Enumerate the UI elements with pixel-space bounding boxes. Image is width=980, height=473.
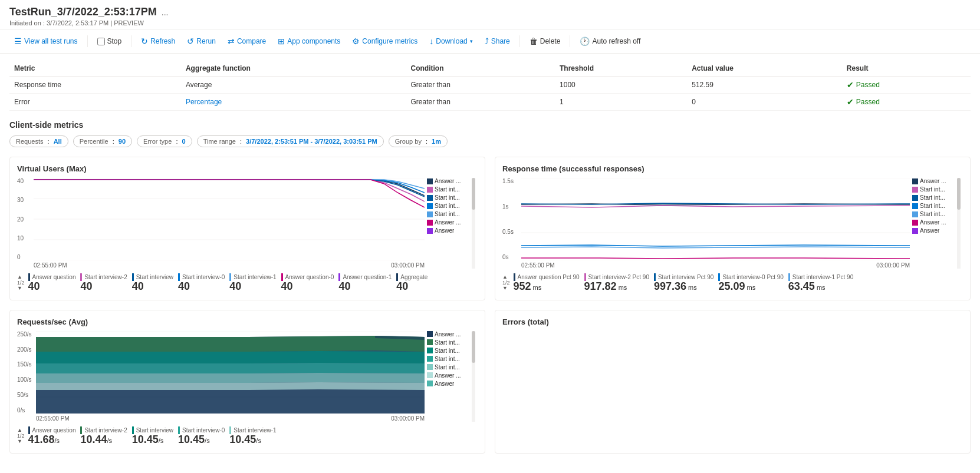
- stop-checkbox-label: Stop: [93, 35, 127, 48]
- requests-chart-wrapper: 250/s 200/s 150/s 100/s 50/s 0/s: [17, 331, 478, 422]
- refresh-button[interactable]: ↻ Refresh: [136, 34, 180, 48]
- filter-row: Requests : All Percentile : 90 Error typ…: [9, 135, 971, 147]
- list-icon: ☰: [14, 37, 22, 46]
- legend-color: [912, 211, 918, 217]
- error-type-filter[interactable]: Error type : 0: [137, 135, 192, 147]
- group-by-filter[interactable]: Group by : 1m: [389, 135, 448, 147]
- metric-card: Start interview 40: [132, 273, 173, 293]
- divider-1: [87, 35, 88, 47]
- metric-value: 40: [28, 281, 76, 293]
- metric-card: Answer question 41.68/s: [28, 426, 76, 446]
- rt-metrics-row: ▲ 1/2 ▼ Answer question Pct 90 952 ms St…: [502, 273, 963, 293]
- metric-value: 40: [396, 281, 429, 293]
- svg-marker-18: [36, 363, 425, 373]
- vu-x-labels: 02:55:00 PM 03:00:00 PM: [34, 262, 425, 269]
- legend-item: Answer ...: [912, 178, 955, 184]
- share-icon: ⤴: [485, 37, 489, 46]
- check-icon: ✔: [847, 97, 854, 107]
- metric-label: Start interview: [132, 426, 173, 434]
- app-components-icon: ⊞: [278, 37, 285, 46]
- legend-item: Answer ...: [427, 331, 469, 338]
- share-button[interactable]: ⤴ Share: [480, 34, 515, 48]
- criteria-row: Response time Average Greater than 1000 …: [9, 77, 971, 94]
- app-components-button[interactable]: ⊞ App components: [273, 34, 345, 48]
- legend-color: [427, 356, 433, 362]
- bottom-charts-row: Requests/sec (Avg) 250/s 200/s 150/s 100…: [9, 310, 971, 454]
- legend-color: [912, 228, 918, 234]
- requests-filter[interactable]: Requests : All: [9, 135, 68, 147]
- passed-badge: ✔ Passed: [847, 97, 966, 107]
- metric-label: Start interview-0: [178, 426, 225, 434]
- rt-pagination[interactable]: ▲ 1/2 ▼: [502, 274, 510, 291]
- legend-item: Start int...: [427, 364, 469, 371]
- rerun-icon: ↺: [187, 37, 194, 46]
- legend-item: Start int...: [427, 356, 469, 362]
- metric-value: 25.09 ms: [718, 281, 783, 293]
- clock-icon: 🕐: [580, 37, 590, 46]
- delete-button[interactable]: 🗑 Delete: [525, 34, 565, 48]
- vu-pagination[interactable]: ▲ 1/2 ▼: [17, 274, 25, 291]
- refresh-icon: ↻: [141, 37, 148, 46]
- metric-card: Start interview-1 10.45/s: [229, 426, 276, 446]
- legend-color: [912, 187, 918, 193]
- percentile-filter[interactable]: Percentile : 90: [73, 135, 132, 147]
- metric-value: 40: [229, 281, 276, 293]
- errors-empty: [502, 331, 963, 414]
- col-actual: Actual value: [687, 61, 842, 77]
- col-result: Result: [842, 61, 971, 77]
- page-header: TestRun_3/7/2022_2:53:17PM ... Initiated…: [0, 0, 980, 29]
- metric-value: 10.44/s: [80, 434, 127, 446]
- time-range-filter[interactable]: Time range : 3/7/2022, 2:53:51 PM - 3/7/…: [197, 135, 384, 147]
- rt-legend: Answer ...Start int...Start int...Start …: [912, 178, 961, 269]
- legend-item: Answer ...: [427, 219, 469, 226]
- req-pagination[interactable]: ▲ 1/2 ▼: [17, 428, 25, 444]
- legend-color: [427, 228, 433, 234]
- svg-marker-20: [36, 382, 425, 390]
- metric-value: 10.45/s: [132, 434, 173, 446]
- response-time-panel: Response time (successful responses) 1.5…: [495, 157, 971, 300]
- page-title: TestRun_3/7/2022_2:53:17PM ...: [9, 6, 971, 18]
- auto-refresh-button[interactable]: 🕐 Auto refresh off: [575, 34, 645, 48]
- legend-item: Answer: [912, 227, 955, 234]
- errors-panel: Errors (total): [495, 310, 971, 454]
- virtual-users-svg: [34, 178, 425, 260]
- metric-card: Answer question-1 40: [338, 273, 392, 293]
- metric-value: 41.68/s: [28, 434, 76, 446]
- col-threshold: Threshold: [555, 61, 687, 77]
- legend-color: [427, 178, 433, 184]
- main-content: Metric Aggregate function Condition Thre…: [0, 54, 980, 470]
- legend-item: Answer: [427, 227, 469, 234]
- download-icon: ↓: [429, 37, 433, 46]
- title-ellipsis[interactable]: ...: [162, 8, 169, 17]
- view-all-button[interactable]: ☰ View all test runs: [9, 34, 83, 48]
- metric-label: Answer question: [28, 426, 76, 434]
- rerun-button[interactable]: ↺ Rerun: [182, 34, 221, 48]
- stop-checkbox[interactable]: [97, 38, 105, 45]
- errors-title: Errors (total): [502, 317, 963, 326]
- download-button[interactable]: ↓ Download ▾: [425, 34, 477, 48]
- compare-button[interactable]: ⇄ Compare: [223, 34, 271, 48]
- delete-icon: 🗑: [530, 37, 538, 46]
- legend-color: [427, 211, 433, 217]
- configure-metrics-button[interactable]: ⚙ Configure metrics: [347, 34, 422, 48]
- legend-color: [912, 220, 918, 226]
- legend-color: [427, 203, 433, 209]
- requests-sec-panel: Requests/sec (Avg) 250/s 200/s 150/s 100…: [9, 310, 485, 454]
- legend-item: Start int...: [427, 211, 469, 217]
- metric-card: Start interview-1 40: [229, 273, 276, 293]
- top-charts-row: Virtual Users (Max) 40 30 20 10 0: [9, 157, 971, 300]
- legend-color: [427, 187, 433, 193]
- metric-value: 63.45 ms: [788, 281, 853, 293]
- legend-item: Answer ...: [427, 178, 469, 184]
- legend-item: Answer ...: [427, 372, 469, 379]
- legend-color: [427, 381, 433, 386]
- legend-item: Start int...: [912, 203, 955, 209]
- metric-card: Answer question-0 40: [281, 273, 334, 293]
- req-metrics-row: ▲ 1/2 ▼ Answer question 41.68/s Start in…: [17, 426, 478, 446]
- response-time-title: Response time (successful responses): [502, 164, 963, 173]
- req-x-labels: 02:55:00 PM 03:00:00 PM: [36, 415, 425, 422]
- vu-legend: Answer ...Start int...Start int...Start …: [427, 178, 475, 269]
- metric-label: Start interview-2: [80, 426, 127, 434]
- legend-color: [427, 364, 433, 370]
- metric-value: 40: [132, 281, 173, 293]
